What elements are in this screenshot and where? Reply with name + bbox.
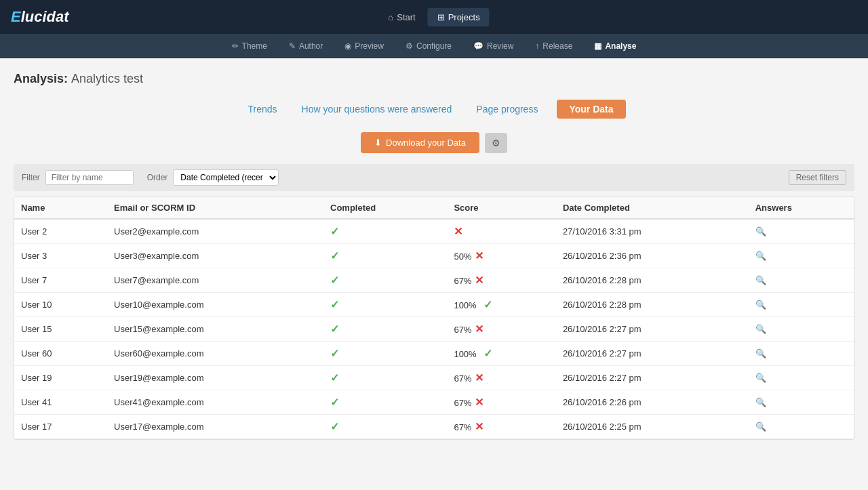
eye-icon: ◉ bbox=[344, 41, 351, 51]
table-row: User 15User15@example.com✓67% ✕26/10/201… bbox=[14, 317, 854, 342]
completed-check: ✓ bbox=[330, 226, 339, 237]
reset-filters-button[interactable]: Reset filters bbox=[789, 170, 846, 185]
cell-name: User 60 bbox=[14, 342, 107, 366]
cell-score: 100% ✓ bbox=[447, 293, 555, 317]
table-row: User 2User2@example.com✓✕27/10/2016 3:31… bbox=[14, 219, 854, 244]
answers-search-icon[interactable]: 🔍 bbox=[755, 422, 766, 432]
pencil-icon: ✏ bbox=[232, 41, 239, 51]
cell-email: User7@example.com bbox=[107, 268, 323, 293]
completed-check: ✓ bbox=[330, 250, 339, 262]
settings-button[interactable]: ⚙ bbox=[485, 133, 507, 153]
score-fail-icon: ✕ bbox=[471, 372, 483, 384]
cell-completed: ✓ bbox=[323, 342, 447, 366]
cell-name: User 7 bbox=[14, 268, 107, 293]
cell-email: User41@example.com bbox=[107, 390, 323, 415]
cell-email: User3@example.com bbox=[107, 244, 323, 268]
score-fail-icon: ✕ bbox=[454, 226, 462, 237]
cell-date: 26/10/2016 2:27 pm bbox=[556, 366, 749, 390]
upload-icon: ↑ bbox=[535, 41, 539, 51]
cell-email: User60@example.com bbox=[107, 342, 323, 366]
data-table: Name Email or SCORM ID Completed Score D… bbox=[14, 197, 854, 439]
col-name: Name bbox=[14, 197, 107, 219]
cell-name: User 41 bbox=[14, 390, 107, 415]
nav-release[interactable]: ↑ Release bbox=[526, 38, 582, 54]
completed-check: ✓ bbox=[330, 421, 339, 432]
tab-page-progress[interactable]: Page progress bbox=[471, 101, 543, 117]
cell-name: User 17 bbox=[14, 415, 107, 439]
nav-start[interactable]: ⌂ Start bbox=[378, 8, 425, 26]
cell-date: 26/10/2016 2:28 pm bbox=[556, 293, 749, 317]
cell-completed: ✓ bbox=[323, 415, 447, 439]
cell-email: User17@example.com bbox=[107, 415, 323, 439]
cell-answers[interactable]: 🔍 bbox=[749, 244, 854, 268]
nav-configure[interactable]: ⚙ Configure bbox=[396, 38, 461, 54]
cell-completed: ✓ bbox=[323, 219, 447, 244]
page-title: Analysis: Analytics test bbox=[14, 72, 854, 86]
home-icon: ⌂ bbox=[388, 12, 393, 22]
order-label: Order bbox=[147, 173, 168, 182]
nav-start-label: Start bbox=[397, 12, 415, 22]
answers-search-icon[interactable]: 🔍 bbox=[755, 226, 766, 237]
answers-search-icon[interactable]: 🔍 bbox=[755, 300, 766, 310]
nav-preview[interactable]: ◉ Preview bbox=[335, 38, 393, 54]
tab-bar: Trends How your questions were answered … bbox=[14, 100, 854, 119]
score-pass-icon: ✓ bbox=[481, 348, 492, 359]
cell-answers[interactable]: 🔍 bbox=[749, 293, 854, 317]
answers-search-icon[interactable]: 🔍 bbox=[755, 251, 766, 261]
answers-search-icon[interactable]: 🔍 bbox=[755, 348, 766, 359]
col-email: Email or SCORM ID bbox=[107, 197, 323, 219]
cell-answers[interactable]: 🔍 bbox=[749, 317, 854, 342]
download-button[interactable]: ⬇ Download your Data bbox=[361, 132, 479, 153]
cell-score: 67% ✕ bbox=[447, 366, 555, 390]
nav-projects[interactable]: ⊞ Projects bbox=[428, 8, 490, 26]
score-fail-icon: ✕ bbox=[471, 421, 483, 432]
completed-check: ✓ bbox=[330, 372, 339, 384]
cell-score: 67% ✕ bbox=[447, 317, 555, 342]
cell-answers[interactable]: 🔍 bbox=[749, 390, 854, 415]
nav-theme[interactable]: ✏ Theme bbox=[222, 38, 277, 54]
score-fail-icon: ✕ bbox=[471, 250, 483, 262]
nav-author[interactable]: ✎ Author bbox=[279, 38, 332, 54]
filter-input[interactable] bbox=[45, 170, 134, 185]
cell-completed: ✓ bbox=[323, 268, 447, 293]
answers-search-icon[interactable]: 🔍 bbox=[755, 397, 766, 407]
cell-answers[interactable]: 🔍 bbox=[749, 415, 854, 439]
answers-search-icon[interactable]: 🔍 bbox=[755, 324, 766, 334]
cell-date: 26/10/2016 2:27 pm bbox=[556, 342, 749, 366]
cell-email: User15@example.com bbox=[107, 317, 323, 342]
cell-completed: ✓ bbox=[323, 293, 447, 317]
cell-completed: ✓ bbox=[323, 366, 447, 390]
cell-email: User10@example.com bbox=[107, 293, 323, 317]
cell-answers[interactable]: 🔍 bbox=[749, 219, 854, 244]
cell-email: User19@example.com bbox=[107, 366, 323, 390]
cell-score: 100% ✓ bbox=[447, 342, 555, 366]
answers-search-icon[interactable]: 🔍 bbox=[755, 275, 766, 285]
author-icon: ✎ bbox=[289, 41, 296, 51]
cell-score: ✕ bbox=[447, 219, 555, 244]
tab-trends[interactable]: Trends bbox=[243, 101, 283, 117]
tab-your-data[interactable]: Your Data bbox=[557, 100, 625, 119]
cell-score: 67% ✕ bbox=[447, 268, 555, 293]
order-select[interactable]: Date Completed (recer bbox=[173, 169, 279, 186]
cog-icon: ⚙ bbox=[406, 41, 413, 51]
cell-name: User 3 bbox=[14, 244, 107, 268]
cell-completed: ✓ bbox=[323, 317, 447, 342]
score-fail-icon: ✕ bbox=[471, 323, 483, 335]
download-row: ⬇ Download your Data ⚙ bbox=[14, 132, 854, 153]
nav-review[interactable]: 💬 Review bbox=[464, 38, 523, 54]
cell-answers[interactable]: 🔍 bbox=[749, 268, 854, 293]
answers-search-icon[interactable]: 🔍 bbox=[755, 373, 766, 383]
download-icon: ⬇ bbox=[374, 138, 382, 148]
completed-check: ✓ bbox=[330, 274, 339, 286]
table-header-row: Name Email or SCORM ID Completed Score D… bbox=[14, 197, 854, 219]
cell-score: 67% ✕ bbox=[447, 415, 555, 439]
cell-answers[interactable]: 🔍 bbox=[749, 342, 854, 366]
completed-check: ✓ bbox=[330, 348, 339, 359]
table-row: User 41User41@example.com✓67% ✕26/10/201… bbox=[14, 390, 854, 415]
completed-check: ✓ bbox=[330, 323, 339, 335]
tab-questions[interactable]: How your questions were answered bbox=[296, 101, 458, 117]
nav-projects-label: Projects bbox=[448, 12, 480, 22]
nav-analyse[interactable]: ▦ Analyse bbox=[585, 38, 646, 54]
cell-date: 26/10/2016 2:26 pm bbox=[556, 390, 749, 415]
cell-answers[interactable]: 🔍 bbox=[749, 366, 854, 390]
